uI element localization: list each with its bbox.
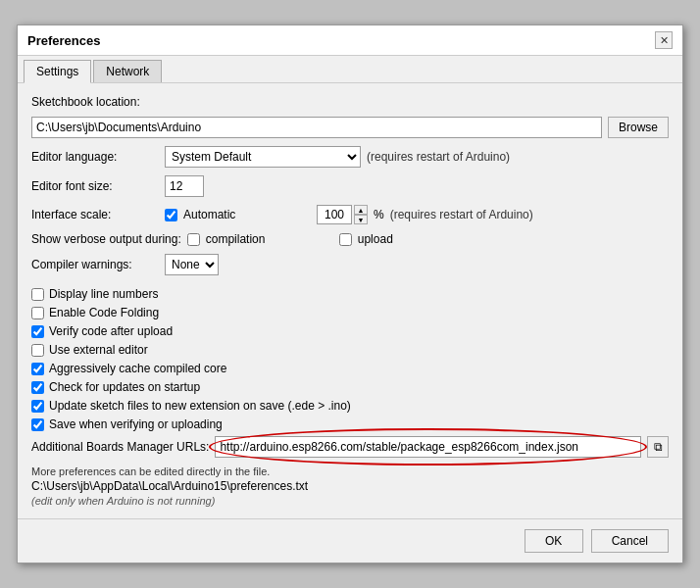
compiler-warnings-label: Compiler warnings:	[31, 258, 159, 271]
tab-network[interactable]: Network	[93, 60, 162, 82]
interface-scale-auto-checkbox[interactable]	[165, 209, 177, 221]
boards-manager-row: Additional Boards Manager URLs: ⧉	[31, 436, 669, 458]
checkbox-row-0: Display line numbers	[31, 287, 669, 301]
verbose-label: Show verbose output during:	[31, 232, 181, 246]
verbose-compilation-label: compilation	[206, 232, 333, 246]
ok-button[interactable]: OK	[525, 529, 583, 553]
checkbox-label-1: Enable Code Folding	[49, 306, 159, 319]
title-bar: Preferences ✕	[18, 25, 682, 56]
editor-font-label: Editor font size:	[31, 179, 159, 193]
checkbox-cb8[interactable]	[31, 418, 44, 431]
verbose-row: Show verbose output during: compilation …	[31, 232, 669, 246]
checkbox-label-4: Aggressively cache compiled core	[49, 362, 226, 375]
interface-scale-unit: %	[374, 208, 384, 221]
checkbox-cb6[interactable]	[31, 381, 44, 394]
cancel-button[interactable]: Cancel	[591, 529, 669, 553]
tabs-bar: Settings Network	[18, 56, 682, 83]
browse-button[interactable]: Browse	[608, 117, 669, 138]
checkbox-label-3: Use external editor	[49, 343, 148, 357]
interface-scale-hint: (requires restart of Arduino)	[390, 208, 533, 221]
verbose-compilation-checkbox[interactable]	[187, 233, 200, 246]
interface-scale-row: Interface scale: Automatic ▲ ▼ % (requir…	[31, 205, 669, 224]
checkbox-row-3: Use external editor	[31, 343, 669, 357]
verbose-upload-checkbox[interactable]	[339, 233, 352, 246]
spinner-buttons: ▲ ▼	[354, 205, 368, 224]
spinner-up[interactable]: ▲	[354, 205, 368, 215]
editor-language-select[interactable]: System Default	[165, 146, 361, 168]
checkbox-row-1: Enable Code Folding	[31, 306, 669, 319]
checkbox-row-7: Save when verifying or uploading	[31, 417, 669, 431]
info-line1: More preferences can be edited directly …	[31, 466, 669, 477]
checkbox-cb2[interactable]	[31, 307, 44, 319]
editor-font-input[interactable]	[165, 175, 204, 197]
checkbox-label-5: Check for updates on startup	[49, 380, 200, 394]
sketchbook-row: Sketchbook location:	[31, 95, 669, 109]
boards-manager-icon-button[interactable]: ⧉	[647, 436, 669, 458]
checkbox-row-6: Update sketch files to new extension on …	[31, 399, 669, 413]
interface-scale-spinner: ▲ ▼	[317, 205, 368, 224]
checkbox-cb5[interactable]	[31, 363, 44, 375]
info-line2: C:\Users\jb\AppData\Local\Arduino15\pref…	[31, 479, 669, 493]
interface-scale-label: Interface scale:	[31, 208, 159, 221]
boards-manager-input-wrap	[215, 436, 641, 458]
verbose-options: compilation upload	[187, 232, 485, 246]
info-line3: (edit only when Arduino is not running)	[31, 495, 669, 507]
close-button[interactable]: ✕	[655, 31, 673, 49]
checkbox-label-7: Save when verifying or uploading	[49, 417, 223, 431]
checkbox-label-6: Update sketch files to new extension on …	[49, 399, 351, 413]
sketchbook-input-row: Browse	[31, 117, 669, 138]
checkbox-cb3[interactable]	[31, 325, 44, 338]
checkbox-row-5: Check for updates on startup	[31, 380, 669, 394]
boards-manager-label: Additional Boards Manager URLs:	[31, 440, 209, 454]
sketchbook-label: Sketchbook location:	[31, 95, 159, 109]
editor-language-label: Editor language:	[31, 150, 159, 164]
compiler-warnings-select[interactable]: None	[165, 254, 219, 275]
checkboxes-container: Display line numbersEnable Code FoldingV…	[31, 287, 669, 431]
checkbox-cb1[interactable]	[31, 288, 44, 301]
checkbox-label-0: Display line numbers	[49, 287, 158, 301]
boards-manager-input[interactable]	[215, 436, 641, 458]
preferences-dialog: Preferences ✕ Settings Network Sketchboo…	[17, 24, 683, 564]
spinner-down[interactable]: ▼	[354, 215, 368, 224]
interface-scale-value[interactable]	[317, 205, 352, 224]
checkbox-label-2: Verify code after upload	[49, 324, 173, 338]
checkbox-cb7[interactable]	[31, 400, 44, 413]
checkbox-cb4[interactable]	[31, 344, 44, 357]
dialog-title: Preferences	[27, 33, 100, 48]
editor-language-hint: (requires restart of Arduino)	[367, 150, 510, 164]
verbose-upload-label: upload	[358, 232, 485, 246]
editor-font-row: Editor font size:	[31, 175, 669, 197]
checkbox-row-2: Verify code after upload	[31, 324, 669, 338]
dialog-footer: OK Cancel	[18, 518, 682, 563]
sketchbook-input[interactable]	[31, 117, 602, 138]
interface-scale-auto-label: Automatic	[183, 208, 311, 221]
compiler-warnings-row: Compiler warnings: None	[31, 254, 669, 275]
tab-settings[interactable]: Settings	[24, 60, 91, 83]
checkbox-row-4: Aggressively cache compiled core	[31, 362, 669, 375]
editor-language-row: Editor language: System Default (require…	[31, 146, 669, 168]
settings-content: Sketchbook location: Browse Editor langu…	[18, 83, 682, 518]
